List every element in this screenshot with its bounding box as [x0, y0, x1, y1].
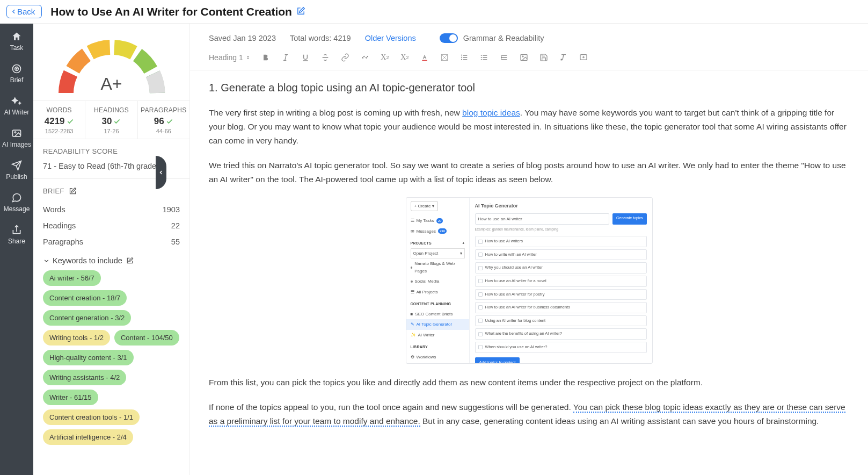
check-icon [166, 118, 173, 125]
subscript-button[interactable]: X2 [380, 53, 390, 62]
underline-button[interactable] [301, 53, 310, 62]
embedded-screenshot: + Create ▾ ☰ My Tasks 20 ✉ Messages 236 … [406, 197, 653, 364]
chevron-down-icon [43, 257, 50, 264]
editor-body[interactable]: 1. Generate a blog topic using an AI top… [190, 70, 868, 448]
stat-headings: HEADINGS 30 17-26 [85, 101, 137, 139]
bold-button[interactable] [261, 53, 271, 62]
sidenav-task[interactable]: Task [10, 31, 24, 52]
sidenav-ai-images[interactable]: AI Images [2, 128, 31, 148]
keywords-toggle[interactable]: Keywords to include [43, 250, 180, 270]
heading-dropdown[interactable]: Heading 1 [209, 53, 251, 62]
keyword-chip[interactable]: Content - 104/50 [114, 330, 179, 346]
content-paragraph: We tried this on Narrato's AI topic gene… [209, 159, 849, 186]
brief-row-paragraphs: Paragraphs55 [43, 234, 180, 250]
svg-point-2 [16, 68, 17, 69]
save-button[interactable] [539, 53, 549, 62]
keyword-chip[interactable]: Artificial intelligence - 2/4 [43, 429, 133, 445]
check-icon [113, 118, 121, 125]
sidenav-ai-writer[interactable]: AI Writer [4, 96, 29, 116]
quote-button[interactable] [360, 53, 370, 62]
unordered-list-button[interactable] [479, 53, 489, 62]
emb-lib: A Style Guides [411, 362, 465, 364]
svg-rect-10 [521, 55, 527, 61]
brief-value: 1903 [163, 205, 180, 214]
stat-label: WORDS [33, 106, 85, 114]
keyword-chip[interactable]: Content generation - 3/2 [43, 310, 131, 326]
emb-sidebar: + Create ▾ ☰ My Tasks 20 ✉ Messages 236 … [406, 198, 470, 363]
content-paragraph: If none of the topics appeal to you, run… [209, 400, 849, 428]
brief-row-words: Words1903 [43, 201, 180, 218]
content-paragraph: From this list, you can pick the topics … [209, 376, 849, 390]
emb-add-btn: Add topics to project [475, 357, 520, 364]
check-icon [67, 118, 74, 125]
emb-mytasks: ☰ My Tasks 20 [411, 215, 465, 226]
keyword-chip[interactable]: Writer - 61/15 [43, 390, 98, 405]
sidenav-message[interactable]: Message [4, 192, 30, 213]
editor-panel: Saved Jan 19 2023 Total words: 4219 Olde… [190, 24, 868, 475]
page-title: How to Use An AI Writer for Content Crea… [50, 5, 305, 18]
emb-hdr: CONTENT PLANNING [411, 301, 465, 307]
brief-value: 55 [171, 238, 180, 246]
sort-icon [245, 55, 251, 60]
keyword-chip[interactable]: Content creation tools - 1/1 [43, 409, 140, 425]
gauge-box: A+ WORDS 4219 1522-2283 HEADINGS 30 17-2… [33, 24, 189, 139]
stat-value: 30 [102, 116, 112, 127]
emb-proj: Social Media [411, 276, 465, 286]
emb-topic: How to write with an AI writer [475, 249, 647, 261]
stats-panel: A+ WORDS 4219 1522-2283 HEADINGS 30 17-2… [33, 24, 190, 475]
keyword-chip[interactable]: Ai writer - 56/7 [43, 270, 101, 286]
brief-row-headings: Headings22 [43, 218, 180, 234]
grammar-label: Grammar & Readability [463, 34, 544, 42]
main-area: Task Brief AI Writer AI Images Publish M… [0, 24, 868, 475]
sidenav-label: Message [4, 205, 30, 213]
edit-title-icon[interactable] [296, 5, 305, 18]
keywords-toggle-label: Keywords to include [53, 256, 122, 265]
sidenav-publish[interactable]: Publish [6, 160, 27, 181]
keyword-chip[interactable]: Content creation - 18/7 [43, 290, 127, 306]
blog-topic-link[interactable]: blog topic ideas [462, 108, 520, 117]
keyword-chips: Ai writer - 56/7 Content creation - 18/7… [43, 270, 180, 454]
brief-value: 22 [171, 221, 180, 230]
emb-search: How to use an AI writer [475, 213, 610, 225]
grammar-toggle-wrap: Grammar & Readability [440, 33, 544, 43]
back-button[interactable]: Back [6, 5, 42, 18]
sidenav-brief[interactable]: Brief [10, 63, 24, 84]
brief-title: BRIEF [43, 187, 64, 195]
superscript-button[interactable]: X2 [400, 53, 410, 62]
emb-plan-active: ✎ AI Topic Generator [406, 319, 469, 329]
emb-topic: How to use an AI writer for a novel [475, 276, 647, 287]
sidenav-share[interactable]: Share [8, 225, 25, 245]
sidenav-label: Share [8, 238, 25, 245]
text-color-button[interactable] [420, 53, 429, 62]
clear-format-button[interactable] [559, 53, 568, 62]
emb-create-btn: + Create ▾ [411, 201, 438, 211]
emb-gen-btn: Generate topics [612, 213, 646, 225]
keyword-chip[interactable]: Writing tools - 1/2 [43, 330, 110, 346]
brief-section: BRIEF Words1903 Headings22 Paragraphs55 … [33, 179, 189, 462]
indent-button[interactable] [499, 53, 509, 62]
keyword-chip[interactable]: Writing assistants - 4/2 [43, 370, 126, 385]
stat-range: 1522-2283 [33, 128, 85, 134]
edit-icon[interactable] [69, 187, 77, 195]
sidenav-label: AI Writer [4, 109, 29, 116]
highlight-button[interactable] [440, 53, 449, 62]
content-paragraph: The very first step in writing a blog po… [209, 106, 849, 148]
older-versions-link[interactable]: Older Versions [365, 34, 416, 42]
italic-button[interactable] [281, 53, 290, 62]
keyword-chip[interactable]: High-quality content - 3/1 [43, 350, 134, 365]
ordered-list-button[interactable] [459, 53, 469, 62]
chevron-left-icon [158, 169, 164, 176]
emb-messages: ✉ Messages 236 [411, 226, 465, 236]
edit-icon[interactable] [126, 257, 134, 264]
editor-head: Saved Jan 19 2023 Total words: 4219 Olde… [190, 24, 868, 48]
stat-range: 17-26 [85, 128, 137, 134]
image-button[interactable] [519, 53, 529, 62]
text: The very first step in writing a blog po… [209, 108, 462, 117]
grammar-toggle[interactable] [440, 33, 458, 43]
link-button[interactable] [340, 53, 350, 62]
comment-button[interactable] [579, 53, 588, 62]
sidenav-label: AI Images [2, 141, 31, 148]
strikethrough-button[interactable] [320, 53, 330, 62]
emb-hint: Examples: garden maintenance, learn pian… [475, 227, 647, 233]
brief-label: Paragraphs [43, 238, 83, 246]
